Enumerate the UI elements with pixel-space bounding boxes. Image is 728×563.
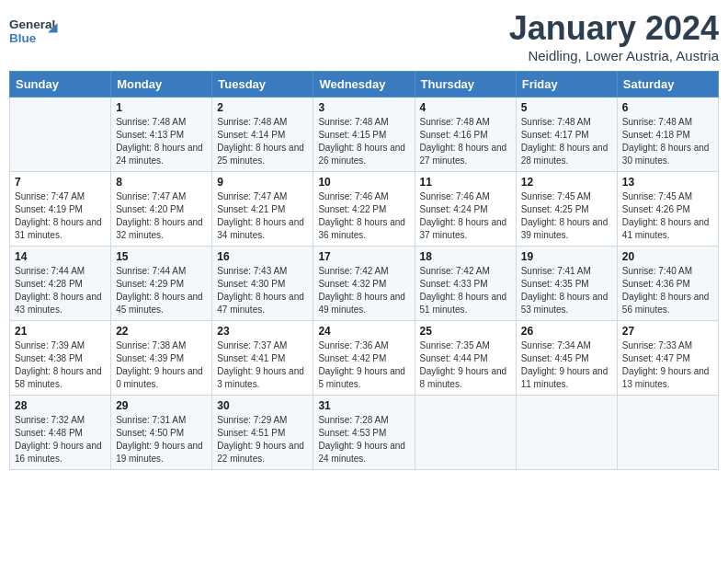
calendar-cell: 7Sunrise: 7:47 AM Sunset: 4:19 PM Daylig… [10,172,111,247]
day-detail: Sunrise: 7:38 AM Sunset: 4:39 PM Dayligh… [116,339,207,391]
day-number: 3 [318,101,409,114]
calendar-cell: 17Sunrise: 7:42 AM Sunset: 4:32 PM Dayli… [313,247,415,321]
logo: General Blue [9,9,64,55]
svg-text:General: General [9,17,55,31]
calendar-cell: 13Sunrise: 7:45 AM Sunset: 4:26 PM Dayli… [617,172,718,247]
day-detail: Sunrise: 7:31 AM Sunset: 4:50 PM Dayligh… [116,414,207,465]
day-number: 19 [521,250,612,263]
calendar-cell: 18Sunrise: 7:42 AM Sunset: 4:33 PM Dayli… [415,247,516,321]
calendar-week-row: 14Sunrise: 7:44 AM Sunset: 4:28 PM Dayli… [10,247,719,321]
calendar-cell: 30Sunrise: 7:29 AM Sunset: 4:51 PM Dayli… [212,396,313,470]
day-detail: Sunrise: 7:37 AM Sunset: 4:41 PM Dayligh… [217,339,308,391]
calendar-cell: 15Sunrise: 7:44 AM Sunset: 4:29 PM Dayli… [111,247,212,321]
day-detail: Sunrise: 7:42 AM Sunset: 4:32 PM Dayligh… [318,265,409,316]
calendar-cell: 14Sunrise: 7:44 AM Sunset: 4:28 PM Dayli… [10,247,111,321]
day-detail: Sunrise: 7:35 AM Sunset: 4:44 PM Dayligh… [420,339,511,391]
day-detail: Sunrise: 7:45 AM Sunset: 4:26 PM Dayligh… [622,190,713,242]
day-detail: Sunrise: 7:44 AM Sunset: 4:28 PM Dayligh… [15,265,106,316]
day-number: 1 [116,101,207,114]
day-number: 18 [420,250,511,263]
calendar-week-row: 28Sunrise: 7:32 AM Sunset: 4:48 PM Dayli… [10,396,719,470]
calendar-cell: 2Sunrise: 7:48 AM Sunset: 4:14 PM Daylig… [212,98,313,172]
day-number: 17 [318,250,409,263]
day-number: 22 [116,325,207,338]
day-number: 28 [15,399,106,412]
day-detail: Sunrise: 7:42 AM Sunset: 4:33 PM Dayligh… [420,265,511,316]
day-number: 27 [622,325,713,338]
day-detail: Sunrise: 7:47 AM Sunset: 4:20 PM Dayligh… [116,190,207,242]
day-number: 9 [217,176,308,189]
calendar-cell: 5Sunrise: 7:48 AM Sunset: 4:17 PM Daylig… [516,98,617,172]
day-detail: Sunrise: 7:46 AM Sunset: 4:22 PM Dayligh… [318,190,409,242]
day-detail: Sunrise: 7:36 AM Sunset: 4:42 PM Dayligh… [318,339,409,391]
day-number: 2 [217,101,308,114]
calendar-week-row: 1Sunrise: 7:48 AM Sunset: 4:13 PM Daylig… [10,98,719,172]
day-number: 31 [318,399,409,412]
calendar-cell: 29Sunrise: 7:31 AM Sunset: 4:50 PM Dayli… [111,396,212,470]
calendar-week-row: 21Sunrise: 7:39 AM Sunset: 4:38 PM Dayli… [10,321,719,396]
calendar-cell: 6Sunrise: 7:48 AM Sunset: 4:18 PM Daylig… [617,98,718,172]
day-detail: Sunrise: 7:34 AM Sunset: 4:45 PM Dayligh… [521,339,612,391]
day-number: 13 [622,176,713,189]
day-detail: Sunrise: 7:40 AM Sunset: 4:36 PM Dayligh… [622,265,713,316]
day-detail: Sunrise: 7:46 AM Sunset: 4:24 PM Dayligh… [420,190,511,242]
calendar-cell: 8Sunrise: 7:47 AM Sunset: 4:20 PM Daylig… [111,172,212,247]
month-title: January 2024 [509,9,719,48]
day-number: 16 [217,250,308,263]
calendar-cell: 20Sunrise: 7:40 AM Sunset: 4:36 PM Dayli… [617,247,718,321]
calendar-cell: 3Sunrise: 7:48 AM Sunset: 4:15 PM Daylig… [313,98,415,172]
day-number: 11 [420,176,511,189]
day-detail: Sunrise: 7:45 AM Sunset: 4:25 PM Dayligh… [521,190,612,242]
day-detail: Sunrise: 7:48 AM Sunset: 4:18 PM Dayligh… [622,116,713,167]
calendar-cell: 22Sunrise: 7:38 AM Sunset: 4:39 PM Dayli… [111,321,212,396]
weekday-header-cell: Wednesday [313,72,415,98]
day-detail: Sunrise: 7:47 AM Sunset: 4:21 PM Dayligh… [217,190,308,242]
calendar-cell [617,396,718,470]
day-detail: Sunrise: 7:28 AM Sunset: 4:53 PM Dayligh… [318,414,409,465]
location-title: Neidling, Lower Austria, Austria [509,48,719,63]
title-area: January 2024 Neidling, Lower Austria, Au… [509,9,719,63]
day-number: 25 [420,325,511,338]
day-number: 21 [15,325,106,338]
calendar-cell: 19Sunrise: 7:41 AM Sunset: 4:35 PM Dayli… [516,247,617,321]
calendar-cell: 1Sunrise: 7:48 AM Sunset: 4:13 PM Daylig… [111,98,212,172]
calendar-cell [10,98,111,172]
weekday-header-cell: Thursday [415,72,516,98]
calendar-week-row: 7Sunrise: 7:47 AM Sunset: 4:19 PM Daylig… [10,172,719,247]
day-number: 20 [622,250,713,263]
day-detail: Sunrise: 7:39 AM Sunset: 4:38 PM Dayligh… [15,339,106,391]
day-detail: Sunrise: 7:32 AM Sunset: 4:48 PM Dayligh… [15,414,106,465]
day-detail: Sunrise: 7:43 AM Sunset: 4:30 PM Dayligh… [217,265,308,316]
weekday-header-cell: Monday [111,72,212,98]
day-number: 7 [15,176,106,189]
calendar-body: 1Sunrise: 7:48 AM Sunset: 4:13 PM Daylig… [10,98,719,470]
calendar-cell: 10Sunrise: 7:46 AM Sunset: 4:22 PM Dayli… [313,172,415,247]
calendar-cell: 9Sunrise: 7:47 AM Sunset: 4:21 PM Daylig… [212,172,313,247]
day-number: 10 [318,176,409,189]
calendar-cell: 27Sunrise: 7:33 AM Sunset: 4:47 PM Dayli… [617,321,718,396]
day-detail: Sunrise: 7:48 AM Sunset: 4:16 PM Dayligh… [420,116,511,167]
day-number: 12 [521,176,612,189]
day-number: 4 [420,101,511,114]
svg-text:Blue: Blue [9,31,37,45]
weekday-header-cell: Saturday [617,72,718,98]
day-number: 15 [116,250,207,263]
calendar-cell: 31Sunrise: 7:28 AM Sunset: 4:53 PM Dayli… [313,396,415,470]
day-detail: Sunrise: 7:48 AM Sunset: 4:15 PM Dayligh… [318,116,409,167]
day-number: 8 [116,176,207,189]
calendar-cell: 23Sunrise: 7:37 AM Sunset: 4:41 PM Dayli… [212,321,313,396]
day-number: 14 [15,250,106,263]
calendar-cell: 25Sunrise: 7:35 AM Sunset: 4:44 PM Dayli… [415,321,516,396]
logo-image: General Blue [9,9,64,55]
day-detail: Sunrise: 7:29 AM Sunset: 4:51 PM Dayligh… [217,414,308,465]
page-header: General Blue January 2024 Neidling, Lowe… [9,9,719,63]
day-detail: Sunrise: 7:48 AM Sunset: 4:13 PM Dayligh… [116,116,207,167]
day-detail: Sunrise: 7:41 AM Sunset: 4:35 PM Dayligh… [521,265,612,316]
calendar-cell: 28Sunrise: 7:32 AM Sunset: 4:48 PM Dayli… [10,396,111,470]
calendar-cell: 16Sunrise: 7:43 AM Sunset: 4:30 PM Dayli… [212,247,313,321]
calendar-cell: 26Sunrise: 7:34 AM Sunset: 4:45 PM Dayli… [516,321,617,396]
day-number: 23 [217,325,308,338]
day-number: 30 [217,399,308,412]
weekday-header-row: SundayMondayTuesdayWednesdayThursdayFrid… [10,72,719,98]
calendar-cell: 11Sunrise: 7:46 AM Sunset: 4:24 PM Dayli… [415,172,516,247]
